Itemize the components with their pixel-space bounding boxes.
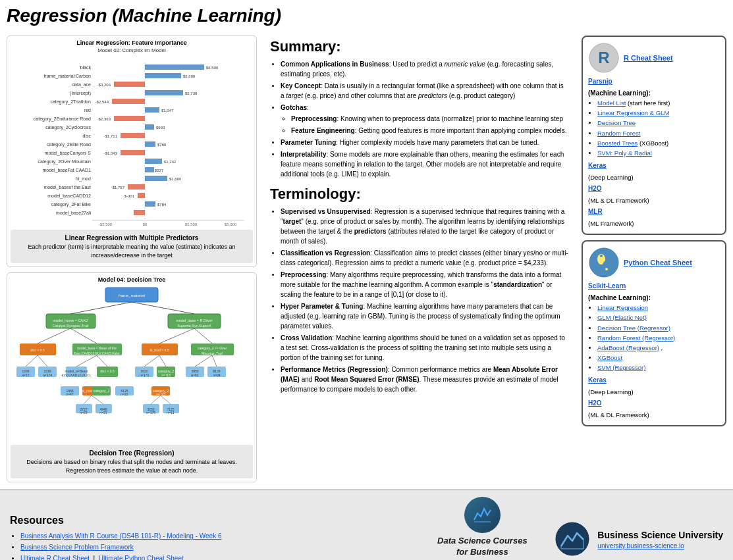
svg-rect-31 <box>145 90 183 95</box>
svg-line-108 <box>38 355 47 367</box>
r-link-svm: SVM: Poly & Radial <box>597 148 720 158</box>
parsnip-section: Parsnip (Machine Learning): Model List (… <box>588 78 720 158</box>
svg-text:n=82: n=82 <box>191 373 198 377</box>
svg-text:n=47: n=47 <box>66 392 73 396</box>
resource-link-4[interactable]: Ultimate Python Cheat Sheet <box>99 555 184 560</box>
svg-text:n=175: n=175 <box>146 411 155 415</box>
summary-item-3: Gotchas: Preprocessing: Knowing when to … <box>281 103 568 136</box>
middle-column: Summary: Common Applications in Business… <box>263 36 575 482</box>
svg-text:model_baseCanyoni S: model_baseCanyoni S <box>45 151 92 156</box>
r-link-linear-regression: Linear Regression & GLM <box>597 108 720 118</box>
svg-rect-49 <box>145 167 154 172</box>
svg-line-81 <box>70 328 97 344</box>
svg-text:-$1,757: -$1,757 <box>111 186 125 190</box>
right-column: R R Cheat Sheet Parsnip (Machine Learnin… <box>582 36 726 482</box>
svg-line-82 <box>159 328 194 344</box>
resource-link-2[interactable]: Business Science Problem Framework <box>20 544 134 551</box>
r-links-list: Model List (start here first) Linear Reg… <box>588 98 720 158</box>
svg-text:$0: $0 <box>143 222 148 226</box>
svg-text:n=94: n=94 <box>213 373 220 377</box>
r-cheat-sheet-link[interactable]: R Cheat Sheet <box>624 54 673 62</box>
svg-text:Mountain,Trail: Mountain,Trail <box>202 351 223 355</box>
courses-title: Data Science Courses for Business <box>437 536 528 558</box>
svg-line-111 <box>144 355 159 367</box>
svg-rect-53 <box>128 184 145 190</box>
svg-text:frame_material:Carbon: frame_material:Carbon <box>43 74 91 79</box>
page-title: Regression (Machine Learning) <box>0 0 733 29</box>
svg-text:$5,000: $5,000 <box>225 222 237 226</box>
summary-item-1: Common Applications in Business: Used to… <box>281 59 568 79</box>
svg-text:category_2Over Mountain: category_2Over Mountain <box>38 159 91 165</box>
svg-text:$993: $993 <box>156 126 165 130</box>
r-link-random-forest: Random Forest <box>597 128 720 138</box>
bsu-section: Business Science University university.b… <box>555 521 723 557</box>
py-link-glm: GLM (Elastic Net) <box>597 313 720 322</box>
decision-tree-area: frame_material model_home = CAAD Catalys… <box>11 284 253 442</box>
svg-line-83 <box>194 328 212 344</box>
svg-text:category_2Triathlon: category_2Triathlon <box>50 99 91 105</box>
bar-chart-svg: black frame_material:Carbon data_ace (In… <box>11 56 253 227</box>
svg-text:Catalyst,Synapse,Trail: Catalyst,Synapse,Trail <box>53 324 89 328</box>
python-cheat-sheet-link[interactable]: Python Cheat Sheet <box>624 259 692 267</box>
svg-line-114 <box>212 355 217 367</box>
svg-line-142 <box>151 395 161 404</box>
svg-text:-$2,363: -$2,363 <box>97 117 111 121</box>
svg-text:$2,500: $2,500 <box>185 222 198 226</box>
svg-point-149 <box>600 255 603 257</box>
resources-title: Resources <box>10 515 410 526</box>
r-link-boosted-trees: Boosted Trees (XGBoost) <box>597 138 720 148</box>
r-mlr-link[interactable]: MLR <box>588 208 720 215</box>
svg-text:red: red <box>84 108 91 113</box>
svg-line-69 <box>132 302 194 314</box>
svg-rect-43 <box>145 141 155 147</box>
svg-text:$1,242: $1,242 <box>164 160 176 164</box>
svg-text:disc < 0.5: disc < 0.5 <box>30 348 45 352</box>
svg-text:model_base27ali: model_base27ali <box>56 211 91 216</box>
summary-item-2: Key Concept: Data is usually in a rectan… <box>281 81 568 101</box>
resource-link-1[interactable]: Business Analysis With R Course (DS4B 10… <box>20 532 221 540</box>
decision-tree-chart-title: Model 04: Decision Tree <box>11 276 253 283</box>
svg-text:hi_mod < 0.5: hi_mod < 0.5 <box>149 348 169 352</box>
svg-text:$2,738: $2,738 <box>185 91 198 95</box>
svg-text:Superite,Syn,SuperX: Superite,Syn,SuperX <box>177 324 211 328</box>
svg-line-112 <box>159 355 166 367</box>
svg-text:category_2Endurance Road: category_2Endurance Road <box>34 116 91 122</box>
svg-text:(Intercept): (Intercept) <box>70 91 91 96</box>
parsnip-link[interactable]: Parsnip <box>588 78 720 85</box>
svg-text:hi_mod: hi_mod <box>76 176 91 182</box>
bsu-url: university.business-science.io <box>597 542 723 549</box>
term-item-5: Cross Validation: Machine learning algor… <box>281 333 568 363</box>
svg-rect-57 <box>145 201 155 207</box>
svg-text:-$2,500: -$2,500 <box>99 222 113 226</box>
svg-text:>= 0.5: >= 0.5 <box>161 373 171 377</box>
py-h2o-link[interactable]: H2O <box>588 399 720 407</box>
r-logo-icon: R <box>588 42 620 74</box>
svg-text:category_2Cyclocross: category_2Cyclocross <box>45 125 91 130</box>
terminology-list: Supervised vs Unsupervised: Regression i… <box>270 207 568 394</box>
sklearn-link[interactable]: Scikit-Learn <box>588 282 720 290</box>
resource-link-3[interactable]: Ultimate R Cheat Sheet <box>20 555 90 560</box>
term-item-6: Performance Metrics (Regression): Common… <box>281 365 568 394</box>
r-header: R R Cheat Sheet <box>588 42 720 74</box>
resource-item-1: Business Analysis With R Course (DS4B 10… <box>20 530 410 542</box>
svg-text:disc < 0.5: disc < 0.5 <box>100 369 115 373</box>
py-keras-link[interactable]: Keras <box>588 376 720 384</box>
summary-list: Common Applications in Business: Used to… <box>270 59 568 179</box>
linear-regression-description: Linear Regression with Multiple Predicto… <box>11 230 253 263</box>
summary-item-5: Interpretability: Some models are more e… <box>281 149 568 179</box>
r-h2o-link[interactable]: H2O <box>588 185 720 192</box>
svg-text:$-301: $-301 <box>124 194 135 198</box>
svg-text:model_home = CAAD: model_home = CAAD <box>53 318 88 322</box>
svg-text:data_ace: data_ace <box>72 82 91 88</box>
decision-tree-svg: frame_material model_home = CAAD Catalys… <box>11 284 253 442</box>
term-item-4: Hyper Parameter & Tuning: Machine learni… <box>281 301 568 331</box>
svg-text:disc: disc <box>83 134 92 138</box>
svg-rect-25 <box>145 64 204 70</box>
svg-rect-33 <box>112 99 145 104</box>
bottom-bar: Resources Business Analysis With R Cours… <box>0 489 733 560</box>
r-keras-link[interactable]: Keras <box>588 162 720 169</box>
svg-rect-39 <box>145 124 154 130</box>
python-logo-icon <box>588 247 620 278</box>
svg-text:model_base = R,Silver: model_base = R,Silver <box>176 318 213 322</box>
resources-section: Resources Business Analysis With R Cours… <box>10 515 410 560</box>
